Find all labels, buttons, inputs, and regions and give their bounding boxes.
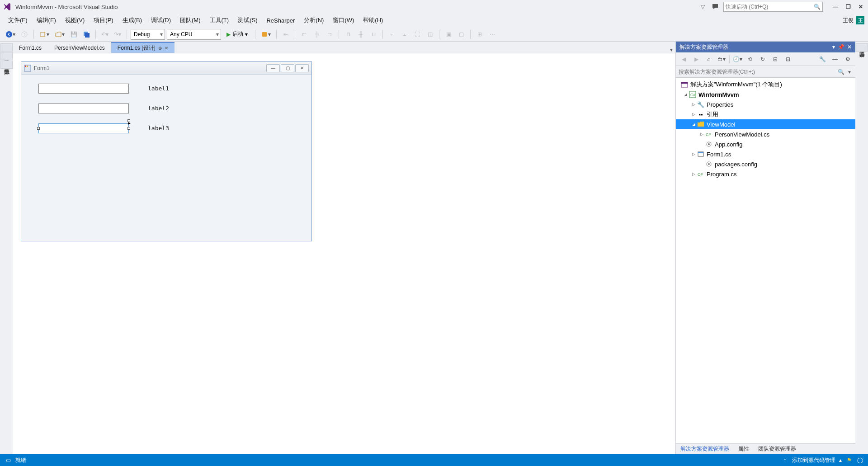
- align-left[interactable]: ⊏: [299, 29, 310, 40]
- search-dropdown-icon[interactable]: ▾: [846, 69, 853, 75]
- designer-label-2[interactable]: label2: [148, 105, 169, 112]
- solution-search[interactable]: 🔍 ▾: [676, 66, 855, 78]
- se-view-button[interactable]: ⚙: [843, 54, 853, 64]
- menu-window[interactable]: 窗口(W): [328, 14, 359, 26]
- menu-team[interactable]: 团队(M): [175, 14, 205, 26]
- tree-references-node[interactable]: ▷ ▪▪ 引用: [676, 109, 855, 119]
- designer-label-3[interactable]: label3: [148, 125, 169, 132]
- tree-appconfig-file[interactable]: App.config: [676, 139, 855, 149]
- size-same[interactable]: ⛶: [412, 29, 423, 40]
- left-tab-toolbox[interactable]: 工具箱: [0, 52, 13, 60]
- tab-overflow-button[interactable]: ▾: [667, 47, 675, 53]
- tree-viewmodel-folder[interactable]: ◢ ViewModel: [676, 119, 855, 129]
- tree-properties-node[interactable]: ▷ 🔧 Properties: [676, 99, 855, 109]
- designer-label-1[interactable]: label1: [148, 85, 169, 92]
- send-back[interactable]: ▢: [456, 29, 467, 40]
- solution-search-input[interactable]: [679, 69, 836, 75]
- tab-pin-icon[interactable]: ⊕: [158, 46, 162, 51]
- search-icon[interactable]: 🔍: [836, 69, 846, 75]
- tb-misc-1[interactable]: ▾: [259, 29, 273, 40]
- source-control-label[interactable]: 添加到源代码管理: [792, 457, 835, 464]
- left-tab-server-explorer[interactable]: 服务器资源管理器: [0, 43, 13, 52]
- doc-tab-personvm[interactable]: PersonViewModel.cs: [48, 42, 111, 53]
- se-collapse-button[interactable]: ⊟: [770, 54, 780, 64]
- notifications-status-icon[interactable]: ⚑: [845, 457, 853, 464]
- space-v[interactable]: ⫠: [399, 29, 410, 40]
- solution-tree[interactable]: 解决方案"WinformMvvm"(1 个项目) ◢ C# WinformMvv…: [676, 78, 855, 443]
- feedback-status-icon[interactable]: ◯: [856, 457, 863, 464]
- save-button[interactable]: 💾: [68, 29, 79, 40]
- menu-edit[interactable]: 编辑(E): [32, 14, 61, 26]
- menu-file[interactable]: 文件(F): [4, 14, 32, 26]
- undo-button[interactable]: ↶▾: [99, 29, 110, 40]
- space-h[interactable]: ⫟: [387, 29, 397, 40]
- center-form[interactable]: ◫: [425, 29, 435, 40]
- tree-program-file[interactable]: ▷ C# Program.cs: [676, 169, 855, 179]
- se-forward-button[interactable]: ▶: [691, 54, 701, 64]
- quick-launch-input[interactable]: [726, 4, 814, 10]
- tab-close-icon[interactable]: ✕: [165, 46, 168, 51]
- align-middle-v[interactable]: ╫: [355, 29, 366, 40]
- bottom-tab-properties[interactable]: 属性: [734, 444, 754, 454]
- feedback-icon[interactable]: [711, 2, 720, 11]
- tree-solution-node[interactable]: 解决方案"WinformMvvm"(1 个项目): [676, 80, 855, 89]
- designer-form[interactable]: Form1 — ▢ ✕ label1 label2 ▸: [21, 61, 312, 241]
- panel-dropdown-icon[interactable]: ▾: [832, 44, 835, 50]
- se-preview-button[interactable]: —: [830, 54, 840, 64]
- align-bottom[interactable]: ⊔: [368, 29, 379, 40]
- tree-packages-file[interactable]: packages.config: [676, 159, 855, 169]
- caret-icon[interactable]: ▷: [690, 112, 697, 117]
- se-showall-button[interactable]: ⊡: [783, 54, 793, 64]
- designer-textbox-2[interactable]: [38, 104, 129, 113]
- new-project-button[interactable]: ▾: [38, 29, 51, 40]
- user-badge[interactable]: 王: [856, 16, 864, 24]
- menu-test[interactable]: 测试(S): [233, 14, 262, 26]
- se-sync-button[interactable]: ⟲: [745, 54, 755, 64]
- tree-personvm-file[interactable]: ▷ C# PersonViewModel.cs: [676, 129, 855, 139]
- doc-tab-form1-design[interactable]: Form1.cs [设计] ⊕ ✕: [111, 42, 175, 53]
- caret-icon[interactable]: ▷: [690, 172, 697, 176]
- align-btn-1[interactable]: ⇤: [280, 29, 291, 40]
- panel-pin-icon[interactable]: 📌: [838, 44, 844, 50]
- panel-close-icon[interactable]: ✕: [847, 44, 852, 50]
- platform-select[interactable]: Any CPU: [167, 29, 221, 40]
- redo-button[interactable]: ↷▾: [112, 29, 123, 40]
- nav-forward-button[interactable]: [19, 29, 30, 40]
- designer-surface[interactable]: Form1 — ▢ ✕ label1 label2 ▸: [13, 53, 675, 454]
- more-tb[interactable]: ⋯: [487, 29, 498, 40]
- save-all-button[interactable]: [81, 29, 92, 40]
- search-icon[interactable]: 🔍: [814, 4, 821, 10]
- quick-launch-box[interactable]: 🔍: [723, 2, 823, 12]
- config-select[interactable]: Debug: [131, 29, 165, 40]
- notifications-icon[interactable]: ▽: [698, 2, 707, 11]
- align-top[interactable]: ⊓: [343, 29, 354, 40]
- se-scope-button[interactable]: 🗀▾: [717, 54, 726, 64]
- close-button[interactable]: ✕: [857, 3, 864, 10]
- open-button[interactable]: ▾: [53, 29, 66, 40]
- caret-icon[interactable]: ▷: [690, 152, 697, 156]
- menu-build[interactable]: 生成(B): [118, 14, 146, 26]
- minimize-button[interactable]: —: [832, 3, 839, 10]
- left-tab-data-sources[interactable]: 数据源: [0, 61, 13, 69]
- sc-dropdown-icon[interactable]: ▴: [839, 457, 842, 463]
- right-tab-diagnostics[interactable]: 诊断工具: [856, 43, 868, 52]
- tree-project-node[interactable]: ◢ C# WinformMvvm: [676, 89, 855, 99]
- bottom-tab-team[interactable]: 团队资源管理器: [754, 444, 801, 454]
- menu-tools[interactable]: 工具(T): [205, 14, 234, 26]
- se-home-button[interactable]: ⌂: [704, 54, 714, 64]
- tab-order[interactable]: ⊞: [474, 29, 485, 40]
- form-client-area[interactable]: label1 label2 ▸ label3: [21, 75, 311, 241]
- nav-back-button[interactable]: ▾: [4, 29, 17, 40]
- user-name[interactable]: 王俊: [843, 17, 854, 24]
- bring-front[interactable]: ▣: [443, 29, 454, 40]
- publish-icon[interactable]: ↑: [781, 457, 788, 464]
- solution-explorer-header[interactable]: 解决方案资源管理器 ▾ 📌 ✕: [676, 42, 855, 52]
- se-refresh-button[interactable]: ↻: [758, 54, 768, 64]
- menu-debug[interactable]: 调试(D): [146, 14, 175, 26]
- doc-tab-form1cs[interactable]: Form1.cs: [13, 42, 48, 53]
- align-right[interactable]: ⊐: [324, 29, 335, 40]
- caret-icon[interactable]: ◢: [682, 92, 689, 97]
- se-properties-button[interactable]: 🔧: [817, 54, 827, 64]
- menu-analyze[interactable]: 分析(N): [299, 14, 328, 26]
- menu-project[interactable]: 项目(P): [89, 14, 118, 26]
